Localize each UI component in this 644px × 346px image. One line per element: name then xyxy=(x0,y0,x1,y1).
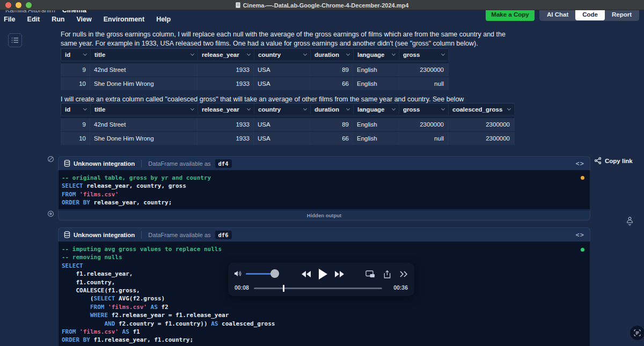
chevron-down-icon[interactable] xyxy=(346,51,350,55)
total-time: 00:36 xyxy=(393,284,408,291)
cell-status-dot xyxy=(581,248,584,252)
tab-report[interactable]: Report xyxy=(605,9,639,20)
collaborator-presence-icon[interactable] xyxy=(626,217,633,226)
table-cell: USA xyxy=(254,63,310,76)
hidden-output-bar[interactable]: Hidden output xyxy=(58,210,590,220)
df-available-label: DataFrame available as xyxy=(148,232,210,238)
column-header-coalesced_gross[interactable]: coalesced_gross xyxy=(449,103,515,115)
table-cell: She Done Him Wrong xyxy=(90,132,197,145)
column-header-language[interactable]: language xyxy=(354,48,399,60)
code-view-icon[interactable]: <> xyxy=(576,160,584,167)
table-cell: 66 xyxy=(310,132,353,145)
table-cell: 66 xyxy=(310,77,353,90)
column-header-release_year[interactable]: release_year xyxy=(198,103,254,115)
chevron-down-icon[interactable] xyxy=(247,51,251,55)
column-header-title[interactable]: title xyxy=(91,48,198,60)
menu-environment[interactable]: Environment xyxy=(104,16,144,23)
column-header-title[interactable]: title xyxy=(91,103,198,115)
hide-cell-icon[interactable] xyxy=(47,156,54,163)
table-cell: 1933 xyxy=(197,63,254,76)
column-header-gross[interactable]: gross xyxy=(399,103,449,115)
tab-code[interactable]: Code xyxy=(575,9,605,20)
database-icon xyxy=(64,160,70,167)
column-header-country[interactable]: country xyxy=(254,48,311,60)
code-line: WHERE f2.release_year = f1.release_year xyxy=(62,311,580,319)
copy-link-button[interactable]: Copy link xyxy=(595,157,633,164)
table-row: 10She Done Him Wrong1933USA66Englishnull… xyxy=(61,132,515,145)
chevron-down-icon[interactable] xyxy=(247,106,251,110)
code-line: FROM 'films.csv' AS f2 xyxy=(62,303,580,311)
chevron-down-icon[interactable] xyxy=(441,106,445,110)
screen: Kamilla Aitbranim Cinema Cinema-—-DataLa… xyxy=(0,0,644,346)
chevron-down-icon[interactable] xyxy=(392,51,396,55)
table-row: 10She Done Him Wrong1933USA66Englishnull xyxy=(61,77,449,90)
menu-bar: File Edit Run View Environment Help xyxy=(4,16,171,23)
seek-bar[interactable] xyxy=(254,288,382,289)
table-cell: 1933 xyxy=(197,132,254,145)
menu-view[interactable]: View xyxy=(76,16,91,23)
column-header-duration[interactable]: duration xyxy=(311,48,354,60)
column-header-gross[interactable]: gross xyxy=(399,48,449,60)
code-line: AND f2.country = f1.country)) AS coalesc… xyxy=(62,320,580,328)
current-time: 00:08 xyxy=(235,284,249,291)
table-row: 942nd Street1933USA89English230000023000… xyxy=(61,118,515,131)
chevron-down-icon[interactable] xyxy=(303,106,307,110)
column-header-id[interactable]: id xyxy=(61,48,91,60)
volume-knob[interactable] xyxy=(270,269,279,278)
column-header-release_year[interactable]: release_year xyxy=(198,48,254,60)
show-output-icon[interactable] xyxy=(47,210,54,217)
code-view-icon[interactable]: <> xyxy=(576,231,584,239)
column-header-duration[interactable]: duration xyxy=(311,103,354,115)
chevron-down-icon[interactable] xyxy=(191,106,194,110)
chevron-down-icon[interactable] xyxy=(83,106,87,110)
chevron-down-icon[interactable] xyxy=(191,51,194,55)
table-cell: 1933 xyxy=(197,77,254,90)
table-cell: 1933 xyxy=(197,118,254,131)
live-text-button[interactable] xyxy=(630,326,644,340)
tab-ai-chat[interactable]: AI Chat xyxy=(540,9,575,20)
sql-code-editor[interactable]: -- original table, gross by yr and count… xyxy=(58,171,590,210)
menu-help[interactable]: Help xyxy=(156,16,171,23)
volume-icon[interactable] xyxy=(234,270,242,277)
database-icon xyxy=(64,231,70,238)
list-icon xyxy=(11,37,19,43)
table-cell: 42nd Street xyxy=(90,118,197,131)
menu-run[interactable]: Run xyxy=(52,16,64,23)
chevron-down-icon[interactable] xyxy=(441,51,445,55)
code-line: ORDER BY release_year, country; xyxy=(62,198,580,207)
chevron-down-icon[interactable] xyxy=(392,106,396,110)
df-available-label: DataFrame available as xyxy=(148,160,210,167)
code-line: FROM 'films.csv' xyxy=(62,190,580,198)
more-controls-icon[interactable] xyxy=(399,271,408,277)
dataframe-table-coalesced-gross: idtitlerelease_yearcountrydurationlangua… xyxy=(61,103,515,146)
picture-in-picture-icon[interactable] xyxy=(365,270,375,278)
df-name-badge: df6 xyxy=(215,231,232,239)
window-titlebar: Cinema-—-DataLab-Google-Chrome-4-Decembe… xyxy=(0,0,644,10)
menu-file[interactable]: File xyxy=(4,16,16,23)
table-row: 942nd Street1933USA89English2300000 xyxy=(61,63,449,76)
rewind-icon[interactable] xyxy=(301,270,311,278)
fast-forward-icon[interactable] xyxy=(334,270,345,278)
document-icon xyxy=(236,2,240,8)
play-icon[interactable] xyxy=(318,269,327,279)
share-export-icon[interactable] xyxy=(384,270,391,278)
playhead[interactable] xyxy=(283,285,284,292)
copy-link-label: Copy link xyxy=(605,158,633,164)
table-cell: 89 xyxy=(310,118,353,131)
menu-edit[interactable]: Edit xyxy=(27,16,40,23)
outline-toggle-button[interactable] xyxy=(8,33,22,47)
table-cell: 89 xyxy=(310,63,353,76)
integration-selector[interactable]: Unknown integration xyxy=(64,160,135,167)
chevron-down-icon[interactable] xyxy=(303,51,307,55)
cell-header: Unknown integration DataFrame available … xyxy=(58,156,590,171)
chevron-down-icon[interactable] xyxy=(507,106,511,110)
chevron-down-icon[interactable] xyxy=(83,51,87,55)
column-header-id[interactable]: id xyxy=(61,103,91,115)
column-header-country[interactable]: country xyxy=(254,103,311,115)
table-cell: 42nd Street xyxy=(90,63,197,76)
integration-selector[interactable]: Unknown integration xyxy=(64,231,135,238)
sql-cell-1: Unknown integration DataFrame available … xyxy=(58,156,590,220)
table-cell: 10 xyxy=(61,77,90,90)
chevron-down-icon[interactable] xyxy=(346,106,350,110)
column-header-language[interactable]: language xyxy=(354,103,399,115)
